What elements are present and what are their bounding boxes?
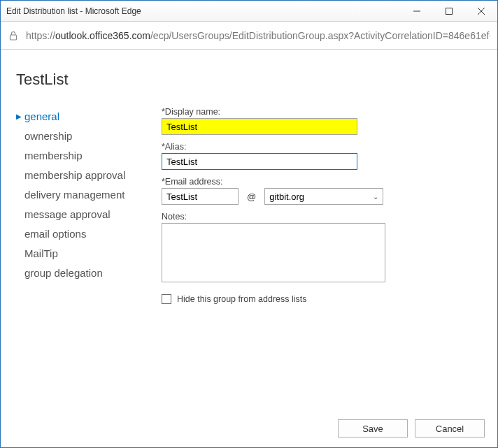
url-text: https://outlook.office365.com/ecp/UsersG…	[26, 30, 490, 41]
svg-rect-1	[446, 8, 453, 14]
nav-item-mailtip[interactable]: ▶ MailTip	[16, 244, 142, 263]
window-titlebar: Edit Distribution list - Microsoft Edge	[1, 1, 497, 22]
nav-label: membership	[24, 147, 83, 164]
side-nav: ▶ general ▶ ownership ▶ membership ▶ mem…	[16, 107, 142, 304]
hide-group-label: Hide this group from address lists	[177, 294, 307, 304]
svg-rect-4	[10, 35, 17, 40]
maximize-button[interactable]	[433, 1, 465, 22]
form-panel: *Display name: *Alias: *Email address: @…	[162, 107, 413, 304]
nav-label: delivery management	[24, 187, 124, 203]
nav-item-email-options[interactable]: ▶ email options	[16, 224, 142, 244]
nav-item-group-delegation[interactable]: ▶ group delegation	[16, 263, 142, 283]
nav-label: membership approval	[24, 167, 125, 184]
email-address-label: *Email address:	[162, 177, 413, 187]
nav-label: message approval	[24, 206, 111, 223]
page-title: TestList	[16, 71, 483, 89]
nav-item-general[interactable]: ▶ general	[16, 107, 142, 127]
nav-item-ownership[interactable]: ▶ ownership	[16, 127, 142, 146]
nav-item-message-approval[interactable]: ▶ message approval	[16, 205, 142, 224]
display-name-input[interactable]	[162, 118, 357, 135]
body-layout: ▶ general ▶ ownership ▶ membership ▶ mem…	[16, 107, 483, 304]
alias-input[interactable]	[162, 153, 357, 170]
email-local-input[interactable]	[162, 188, 239, 205]
hide-group-row[interactable]: Hide this group from address lists	[162, 294, 413, 304]
nav-label: general	[24, 108, 59, 125]
url-host: outlook.office365.com	[55, 30, 150, 41]
content-area: TestList ▶ general ▶ ownership ▶ members…	[1, 50, 497, 304]
chevron-down-icon: ⌄	[373, 193, 378, 201]
alias-label: *Alias:	[162, 142, 413, 152]
lock-icon	[8, 31, 19, 41]
url-prefix: https://	[26, 30, 55, 41]
close-button[interactable]	[465, 1, 497, 22]
at-sign: @	[247, 192, 256, 202]
display-name-label: *Display name:	[162, 107, 413, 117]
nav-label: group delegation	[24, 265, 103, 282]
email-domain-select[interactable]: gitbit.org ⌄	[264, 188, 383, 205]
nav-label: email options	[24, 226, 86, 243]
minimize-button[interactable]	[401, 1, 433, 22]
cancel-button[interactable]: Cancel	[415, 419, 485, 438]
notes-textarea[interactable]	[162, 223, 385, 282]
nav-item-membership[interactable]: ▶ membership	[16, 146, 142, 166]
caret-right-icon: ▶	[16, 111, 24, 122]
address-bar[interactable]: https://outlook.office365.com/ecp/UsersG…	[1, 22, 497, 50]
url-path: /ecp/UsersGroups/EditDistributionGroup.a…	[150, 30, 490, 41]
footer-buttons: Save Cancel	[338, 419, 485, 438]
nav-item-delivery-management[interactable]: ▶ delivery management	[16, 185, 142, 205]
save-button[interactable]: Save	[338, 419, 408, 438]
notes-label: Notes:	[162, 212, 413, 222]
nav-item-membership-approval[interactable]: ▶ membership approval	[16, 166, 142, 185]
window-title: Edit Distribution list - Microsoft Edge	[6, 6, 401, 16]
nav-label: MailTip	[24, 245, 58, 262]
nav-label: ownership	[24, 128, 72, 145]
hide-group-checkbox[interactable]	[162, 294, 171, 304]
email-address-row: @ gitbit.org ⌄	[162, 188, 413, 205]
email-domain-value: gitbit.org	[269, 192, 304, 202]
